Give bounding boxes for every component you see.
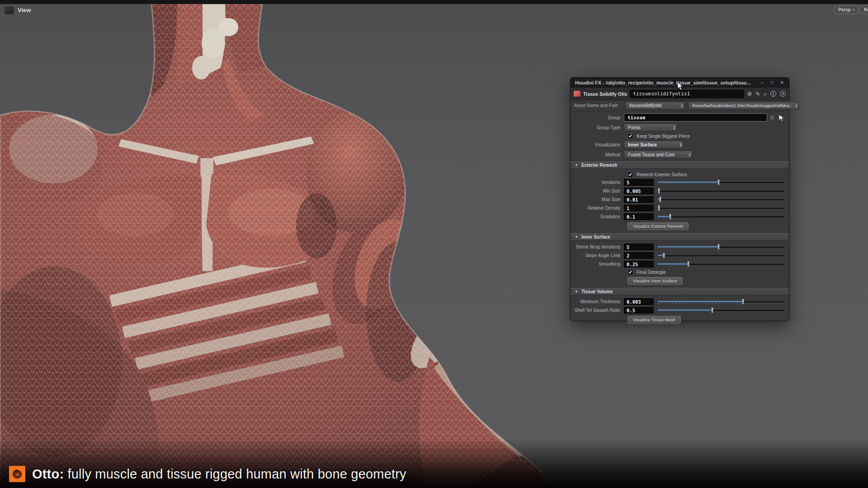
param-row-minimum-thickness: Minimum Thickness 0.003 <box>574 297 785 306</box>
visualization-row: Visualization Inner Surface ▴▾ <box>574 140 785 150</box>
no-cam-label: No ca <box>864 7 868 12</box>
dialog-body: Group tissue ▾ Group Type Points ▴▾ ✔ K <box>571 111 789 325</box>
persp-button[interactable]: Persp ▾ <box>834 5 859 14</box>
group-type-row: Group Type Points ▴▾ <box>574 122 785 132</box>
gradation-field[interactable]: 0.1 <box>624 213 654 220</box>
slider-handle[interactable] <box>742 299 744 305</box>
method-select[interactable]: Fused Tissue and Core ▴▾ <box>624 150 693 159</box>
section-exterior-remesh[interactable]: ▼ Exterior Remesh <box>571 161 789 169</box>
node-type-label: Tissue Solidify Otis <box>583 91 627 97</box>
caption-bold: Otto: <box>32 467 64 481</box>
final-detangle-checkbox-row[interactable]: ✔ Final Detangle <box>627 268 785 276</box>
section-tissue-volume[interactable]: ▼ Tissue Volume <box>571 288 789 296</box>
max-size-field[interactable]: 0.01 <box>624 196 654 203</box>
shrink-wrap-field[interactable]: 5 <box>624 244 654 250</box>
asset-name-select[interactable]: tissuesolidifyotis ▴▾ <box>625 102 685 110</box>
no-cam-button[interactable]: No ca <box>859 5 868 14</box>
collapse-triangle-icon: ▼ <box>575 163 578 167</box>
magnifier-icon[interactable]: ⌕ <box>764 91 767 97</box>
collapse-triangle-icon: ▼ <box>575 290 578 294</box>
viewport-menu-icon <box>5 6 14 14</box>
minimize-button[interactable]: – <box>758 79 766 87</box>
node-name-input[interactable]: tissuesolidifyotis1 <box>630 90 744 98</box>
shrink-wrap-slider[interactable] <box>658 244 785 250</box>
param-row-iterations: Iterations 5 <box>574 178 785 187</box>
gradation-slider[interactable] <box>658 213 785 220</box>
houdini-screen: View Persp ▾ No ca Houdini FX - /obj/ott… <box>0 0 868 488</box>
param-row-gradation: Gradation 0.1 <box>574 212 785 221</box>
spinner-icon: ▴▾ <box>674 125 675 130</box>
slider-handle[interactable] <box>711 307 713 313</box>
asset-label: Asset Name and Path <box>574 103 622 108</box>
brush-icon[interactable]: ✎ <box>755 91 760 97</box>
relative-density-slider[interactable] <box>658 205 785 211</box>
view-menu[interactable]: View <box>5 6 31 14</box>
info-icon[interactable]: i <box>770 91 776 97</box>
group-row: Group tissue ▾ <box>574 113 785 122</box>
shell-tet-squash-slider[interactable] <box>658 307 785 314</box>
param-row-min-size: Min Size 0.005 <box>574 187 785 195</box>
checkbox-checked-icon[interactable]: ✔ <box>627 172 633 178</box>
smoothing-slider[interactable] <box>658 261 785 267</box>
min-size-field[interactable]: 0.005 <box>624 188 654 194</box>
help-icon[interactable]: ? <box>780 91 786 97</box>
group-pick-button[interactable] <box>777 114 785 121</box>
slider-handle[interactable] <box>658 188 660 194</box>
section-inner-surface[interactable]: ▼ Inner Surface <box>571 233 789 241</box>
slope-angle-field[interactable]: 2 <box>624 252 654 259</box>
caption-rest: fully muscle and tissue rigged human wit… <box>64 467 406 481</box>
gear-icon[interactable]: ⚙ <box>747 91 752 97</box>
slider-handle[interactable] <box>659 197 661 202</box>
param-row-smoothing: Smoothing 0.25 <box>574 260 785 268</box>
persp-label: Persp <box>838 7 851 12</box>
slider-handle[interactable] <box>663 253 665 258</box>
minimum-thickness-field[interactable]: 0.003 <box>624 298 654 305</box>
param-row-relative-density: Relative Density 1 <box>574 204 785 212</box>
group-type-label: Group Type <box>574 125 624 130</box>
spinner-icon: ▴▾ <box>681 103 683 108</box>
min-size-slider[interactable] <box>658 188 785 194</box>
spinner-icon: ▴▾ <box>680 142 681 147</box>
slider-handle[interactable] <box>658 205 660 211</box>
dialog-title: Houdini FX - /obj/otto_recipe/otto_muscl… <box>575 80 756 85</box>
checkbox-checked-icon[interactable]: ✔ <box>627 133 633 139</box>
checkbox-checked-icon[interactable]: ✔ <box>627 269 633 275</box>
max-size-slider[interactable] <box>658 196 785 203</box>
param-row-shell-tet-squash: Shell Tet Squash Ratio 0.5 <box>574 306 785 314</box>
slope-angle-slider[interactable] <box>658 252 785 259</box>
node-icon <box>574 91 580 97</box>
spinner-icon: ▴▾ <box>689 152 690 157</box>
asset-row: Asset Name and Path tissuesolidifyotis ▴… <box>571 100 789 111</box>
caption: Otto: fully muscle and tissue rigged hum… <box>9 466 406 482</box>
slider-handle[interactable] <box>687 261 689 267</box>
param-row-slope-angle: Slope Angle Limit 2 <box>574 251 785 260</box>
mouse-cursor <box>677 82 683 90</box>
smoothing-field[interactable]: 0.25 <box>624 261 654 267</box>
parameter-dialog: Houdini FX - /obj/otto_recipe/otto_muscl… <box>570 77 789 321</box>
remesh-exterior-checkbox-row[interactable]: ✔ Remesh Exterior Surface <box>627 171 785 178</box>
shell-tet-squash-field[interactable]: 0.5 <box>624 307 654 314</box>
view-label: View <box>18 7 31 14</box>
iterations-field[interactable]: 5 <box>624 179 654 186</box>
iterations-slider[interactable] <box>658 179 785 186</box>
minimum-thickness-slider[interactable] <box>658 298 785 305</box>
group-type-select[interactable]: Points ▴▾ <box>624 123 677 131</box>
slider-handle[interactable] <box>717 244 720 250</box>
method-row: Method Fused Tissue and Core ▴▾ <box>574 150 785 160</box>
group-label: Group <box>574 115 624 120</box>
close-button[interactable]: ✕ <box>778 79 786 87</box>
slider-handle[interactable] <box>669 214 671 220</box>
param-row-shrink-wrap: Shrink Wrap Iterations 5 <box>574 243 785 251</box>
visualize-inner-surface-button[interactable]: Visualize Inner Surface <box>627 277 683 285</box>
visualize-exterior-remesh-button[interactable]: Visualize Exterior Remesh <box>627 222 689 230</box>
relative-density-field[interactable]: 1 <box>624 205 654 211</box>
keep-single-checkbox-row[interactable]: ✔ Keep Single Biggest Piece <box>627 132 785 140</box>
caption-text: Otto: fully muscle and tissue rigged hum… <box>32 467 406 482</box>
visualize-tissue-mesh-button[interactable]: Visualize Tissue Mesh <box>627 316 681 324</box>
visualization-select[interactable]: Inner Surface ▴▾ <box>624 141 684 149</box>
slider-handle[interactable] <box>717 179 720 185</box>
group-dropdown-button[interactable]: ▾ <box>769 114 775 121</box>
group-input[interactable]: tissue <box>624 113 767 122</box>
asset-path-select[interactable]: /home/kai/houdini/dev21.0/src/houdini/su… <box>688 102 799 110</box>
maximize-button[interactable]: □ <box>768 79 776 87</box>
